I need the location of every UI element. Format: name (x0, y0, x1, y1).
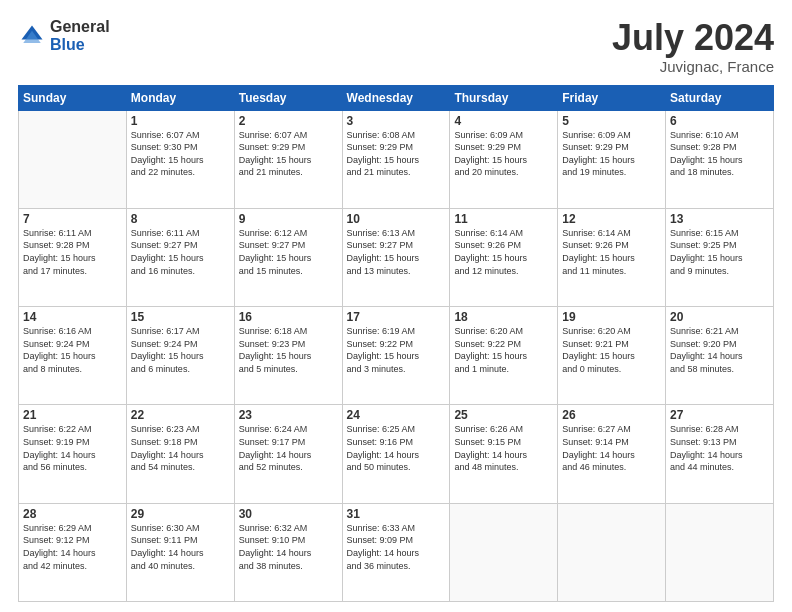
calendar-cell: 10Sunrise: 6:13 AM Sunset: 9:27 PM Dayli… (342, 208, 450, 306)
calendar-week-row: 28Sunrise: 6:29 AM Sunset: 9:12 PM Dayli… (19, 503, 774, 601)
day-info: Sunrise: 6:20 AM Sunset: 9:21 PM Dayligh… (562, 325, 661, 375)
day-number: 19 (562, 310, 661, 324)
day-number: 1 (131, 114, 230, 128)
day-info: Sunrise: 6:13 AM Sunset: 9:27 PM Dayligh… (347, 227, 446, 277)
day-number: 3 (347, 114, 446, 128)
weekday-header: Friday (558, 85, 666, 110)
calendar-cell: 8Sunrise: 6:11 AM Sunset: 9:27 PM Daylig… (126, 208, 234, 306)
calendar-cell (450, 503, 558, 601)
day-number: 6 (670, 114, 769, 128)
day-info: Sunrise: 6:07 AM Sunset: 9:30 PM Dayligh… (131, 129, 230, 179)
day-number: 15 (131, 310, 230, 324)
day-number: 2 (239, 114, 338, 128)
day-info: Sunrise: 6:09 AM Sunset: 9:29 PM Dayligh… (454, 129, 553, 179)
day-info: Sunrise: 6:08 AM Sunset: 9:29 PM Dayligh… (347, 129, 446, 179)
day-number: 27 (670, 408, 769, 422)
weekday-header: Thursday (450, 85, 558, 110)
calendar: SundayMondayTuesdayWednesdayThursdayFrid… (18, 85, 774, 602)
weekday-header: Saturday (666, 85, 774, 110)
logo-text: General Blue (50, 18, 110, 53)
logo-blue: Blue (50, 36, 110, 54)
calendar-cell (558, 503, 666, 601)
day-number: 23 (239, 408, 338, 422)
calendar-cell: 3Sunrise: 6:08 AM Sunset: 9:29 PM Daylig… (342, 110, 450, 208)
day-number: 26 (562, 408, 661, 422)
day-number: 21 (23, 408, 122, 422)
day-info: Sunrise: 6:14 AM Sunset: 9:26 PM Dayligh… (562, 227, 661, 277)
day-info: Sunrise: 6:17 AM Sunset: 9:24 PM Dayligh… (131, 325, 230, 375)
calendar-cell: 30Sunrise: 6:32 AM Sunset: 9:10 PM Dayli… (234, 503, 342, 601)
day-number: 25 (454, 408, 553, 422)
calendar-cell: 19Sunrise: 6:20 AM Sunset: 9:21 PM Dayli… (558, 307, 666, 405)
day-number: 5 (562, 114, 661, 128)
day-info: Sunrise: 6:32 AM Sunset: 9:10 PM Dayligh… (239, 522, 338, 572)
weekday-header: Monday (126, 85, 234, 110)
day-number: 30 (239, 507, 338, 521)
day-number: 18 (454, 310, 553, 324)
calendar-cell (19, 110, 127, 208)
logo: General Blue (18, 18, 110, 53)
calendar-cell: 22Sunrise: 6:23 AM Sunset: 9:18 PM Dayli… (126, 405, 234, 503)
calendar-week-row: 7Sunrise: 6:11 AM Sunset: 9:28 PM Daylig… (19, 208, 774, 306)
day-number: 28 (23, 507, 122, 521)
calendar-cell: 31Sunrise: 6:33 AM Sunset: 9:09 PM Dayli… (342, 503, 450, 601)
calendar-cell: 14Sunrise: 6:16 AM Sunset: 9:24 PM Dayli… (19, 307, 127, 405)
day-number: 17 (347, 310, 446, 324)
calendar-cell: 24Sunrise: 6:25 AM Sunset: 9:16 PM Dayli… (342, 405, 450, 503)
day-info: Sunrise: 6:23 AM Sunset: 9:18 PM Dayligh… (131, 423, 230, 473)
calendar-cell: 17Sunrise: 6:19 AM Sunset: 9:22 PM Dayli… (342, 307, 450, 405)
day-info: Sunrise: 6:28 AM Sunset: 9:13 PM Dayligh… (670, 423, 769, 473)
day-info: Sunrise: 6:30 AM Sunset: 9:11 PM Dayligh… (131, 522, 230, 572)
day-number: 10 (347, 212, 446, 226)
header: General Blue July 2024 Juvignac, France (18, 18, 774, 75)
day-info: Sunrise: 6:19 AM Sunset: 9:22 PM Dayligh… (347, 325, 446, 375)
day-info: Sunrise: 6:20 AM Sunset: 9:22 PM Dayligh… (454, 325, 553, 375)
calendar-cell: 2Sunrise: 6:07 AM Sunset: 9:29 PM Daylig… (234, 110, 342, 208)
calendar-week-row: 14Sunrise: 6:16 AM Sunset: 9:24 PM Dayli… (19, 307, 774, 405)
day-number: 4 (454, 114, 553, 128)
page: General Blue July 2024 Juvignac, France … (0, 0, 792, 612)
day-info: Sunrise: 6:27 AM Sunset: 9:14 PM Dayligh… (562, 423, 661, 473)
calendar-cell: 13Sunrise: 6:15 AM Sunset: 9:25 PM Dayli… (666, 208, 774, 306)
day-info: Sunrise: 6:24 AM Sunset: 9:17 PM Dayligh… (239, 423, 338, 473)
day-info: Sunrise: 6:25 AM Sunset: 9:16 PM Dayligh… (347, 423, 446, 473)
calendar-cell: 27Sunrise: 6:28 AM Sunset: 9:13 PM Dayli… (666, 405, 774, 503)
calendar-cell: 20Sunrise: 6:21 AM Sunset: 9:20 PM Dayli… (666, 307, 774, 405)
day-number: 9 (239, 212, 338, 226)
calendar-cell: 12Sunrise: 6:14 AM Sunset: 9:26 PM Dayli… (558, 208, 666, 306)
calendar-cell: 1Sunrise: 6:07 AM Sunset: 9:30 PM Daylig… (126, 110, 234, 208)
day-number: 11 (454, 212, 553, 226)
day-number: 22 (131, 408, 230, 422)
calendar-cell: 28Sunrise: 6:29 AM Sunset: 9:12 PM Dayli… (19, 503, 127, 601)
day-number: 31 (347, 507, 446, 521)
logo-icon (18, 22, 46, 50)
title-location: Juvignac, France (612, 58, 774, 75)
calendar-cell: 26Sunrise: 6:27 AM Sunset: 9:14 PM Dayli… (558, 405, 666, 503)
day-number: 12 (562, 212, 661, 226)
day-number: 13 (670, 212, 769, 226)
calendar-cell: 21Sunrise: 6:22 AM Sunset: 9:19 PM Dayli… (19, 405, 127, 503)
weekday-header: Wednesday (342, 85, 450, 110)
day-info: Sunrise: 6:07 AM Sunset: 9:29 PM Dayligh… (239, 129, 338, 179)
calendar-cell: 9Sunrise: 6:12 AM Sunset: 9:27 PM Daylig… (234, 208, 342, 306)
day-number: 8 (131, 212, 230, 226)
day-info: Sunrise: 6:16 AM Sunset: 9:24 PM Dayligh… (23, 325, 122, 375)
calendar-cell: 16Sunrise: 6:18 AM Sunset: 9:23 PM Dayli… (234, 307, 342, 405)
calendar-week-row: 1Sunrise: 6:07 AM Sunset: 9:30 PM Daylig… (19, 110, 774, 208)
day-info: Sunrise: 6:11 AM Sunset: 9:28 PM Dayligh… (23, 227, 122, 277)
calendar-cell: 6Sunrise: 6:10 AM Sunset: 9:28 PM Daylig… (666, 110, 774, 208)
day-info: Sunrise: 6:09 AM Sunset: 9:29 PM Dayligh… (562, 129, 661, 179)
calendar-cell: 23Sunrise: 6:24 AM Sunset: 9:17 PM Dayli… (234, 405, 342, 503)
day-info: Sunrise: 6:11 AM Sunset: 9:27 PM Dayligh… (131, 227, 230, 277)
calendar-cell: 18Sunrise: 6:20 AM Sunset: 9:22 PM Dayli… (450, 307, 558, 405)
day-number: 20 (670, 310, 769, 324)
day-info: Sunrise: 6:33 AM Sunset: 9:09 PM Dayligh… (347, 522, 446, 572)
weekday-header: Tuesday (234, 85, 342, 110)
day-info: Sunrise: 6:26 AM Sunset: 9:15 PM Dayligh… (454, 423, 553, 473)
title-block: July 2024 Juvignac, France (612, 18, 774, 75)
calendar-cell: 4Sunrise: 6:09 AM Sunset: 9:29 PM Daylig… (450, 110, 558, 208)
day-number: 7 (23, 212, 122, 226)
calendar-cell: 29Sunrise: 6:30 AM Sunset: 9:11 PM Dayli… (126, 503, 234, 601)
weekday-header: Sunday (19, 85, 127, 110)
day-info: Sunrise: 6:21 AM Sunset: 9:20 PM Dayligh… (670, 325, 769, 375)
